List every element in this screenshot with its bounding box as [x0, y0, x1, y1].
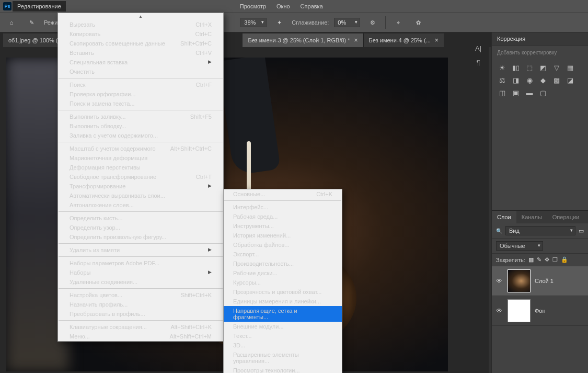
close-icon[interactable]: ×	[435, 37, 439, 44]
lock-label: Закрепить:	[496, 257, 525, 263]
layer-row[interactable]: 👁 Фон	[492, 296, 588, 326]
menu-item[interactable]: Масштаб с учетом содержимогоAlt+Shift+Ct…	[58, 144, 223, 153]
menu-item[interactable]: Наборы▶	[58, 268, 223, 277]
menu-item[interactable]: Преобразовать в профиль...	[58, 309, 223, 319]
home-icon[interactable]: ⌂	[4, 15, 19, 30]
menu-item[interactable]: Специальная вставка▶	[58, 58, 223, 67]
blend-mode-select[interactable]: Обычные	[496, 241, 543, 251]
smoothing-select[interactable]: 0%	[334, 18, 360, 27]
submenu-item[interactable]: Направляющие, сетка и фрагменты...	[224, 306, 342, 322]
hue-icon[interactable]: ▦	[565, 63, 575, 72]
butterfly-icon[interactable]: ✿	[411, 15, 425, 30]
layer-row[interactable]: 👁 Слой 1	[492, 266, 588, 296]
scroll-up-icon[interactable]: ▲	[58, 13, 223, 20]
submenu-item[interactable]: Внешние модули...	[224, 322, 342, 331]
balance-icon[interactable]: ⚖	[497, 75, 508, 85]
menu-item[interactable]: ВставитьCtrl+V	[58, 48, 223, 58]
submenu-item[interactable]: Текст...	[224, 331, 342, 341]
threshold-icon[interactable]: ▣	[511, 88, 521, 97]
layer-kind-select[interactable]: Вид	[505, 226, 575, 235]
menu-help[interactable]: Справка	[296, 1, 328, 12]
menu-item[interactable]: Удаленные соединения...	[58, 277, 223, 287]
menu-item[interactable]: Наборы параметров Adobe PDF...	[58, 258, 223, 268]
menu-item[interactable]: Трансформирование▶	[58, 182, 223, 191]
lock-artboard-icon[interactable]: ❐	[552, 256, 558, 263]
zoom-select[interactable]: 38%	[240, 18, 267, 27]
submenu-item[interactable]: Инструменты...	[224, 221, 342, 231]
menu-edit[interactable]: Редактирование	[13, 1, 66, 12]
submenu-item[interactable]: Основные...Ctrl+K	[224, 189, 342, 199]
menu-window[interactable]: Окно	[272, 1, 295, 12]
brightness-icon[interactable]: ☀	[497, 63, 508, 72]
menu-item[interactable]: ПоискCtrl+F	[58, 80, 223, 89]
filter-toggle-icon[interactable]: ▭	[579, 228, 584, 234]
levels-icon[interactable]: ▮▯	[511, 63, 521, 72]
document-tab[interactable]: Без имени-3 @ 25% (Слой 1, RGB/8) *×	[243, 33, 363, 47]
tab-channels[interactable]: Каналы	[516, 211, 547, 223]
lock-brush-icon[interactable]: ✎	[537, 256, 541, 263]
menu-item[interactable]: Назначить профиль...	[58, 300, 223, 309]
smoothing-gear-icon[interactable]: ⚙	[365, 15, 380, 30]
menu-item[interactable]: Марионеточная деформация	[58, 153, 223, 163]
bw-icon[interactable]: ◨	[511, 75, 521, 85]
brush-tool-icon[interactable]: ✎	[24, 15, 39, 30]
gradient-map-icon[interactable]: ▬	[524, 88, 535, 97]
submenu-item[interactable]: Производительность...	[224, 259, 342, 268]
tab-layers[interactable]: Слои	[492, 211, 516, 223]
lock-pixels-icon[interactable]: ▦	[528, 256, 534, 263]
exposure-icon[interactable]: ◩	[538, 63, 548, 72]
menu-item[interactable]: КопироватьCtrl+C	[58, 29, 223, 39]
submenu-item[interactable]: 3D...	[224, 341, 342, 350]
lock-position-icon[interactable]: ✥	[545, 256, 549, 263]
airbrush-icon[interactable]: ✦	[272, 15, 286, 30]
photo-filter-icon[interactable]: ◉	[524, 75, 535, 85]
submenu-item[interactable]: Курсоры...	[224, 278, 342, 287]
submenu-item[interactable]: Интерфейс...	[224, 202, 342, 212]
lock-all-icon[interactable]: 🔒	[561, 256, 568, 263]
tab-properties[interactable]: Св	[584, 211, 588, 223]
character-panel-icon[interactable]: A|	[475, 44, 481, 52]
layer-name-label[interactable]: Слой 1	[535, 278, 584, 284]
vibrance-icon[interactable]: ▽	[551, 63, 562, 72]
invert-icon[interactable]: ◪	[565, 75, 575, 85]
selective-color-icon[interactable]: ▢	[538, 88, 548, 97]
menu-item[interactable]: Клавиатурные сокращения...Alt+Shift+Ctrl…	[58, 322, 223, 332]
visibility-icon[interactable]: 👁	[496, 277, 503, 285]
visibility-icon[interactable]: 👁	[496, 307, 503, 314]
lookup-icon[interactable]: ▩	[551, 75, 562, 85]
symmetry-icon[interactable]: ⌖	[391, 15, 406, 30]
submenu-item[interactable]: Единицы измерения и линейки...	[224, 297, 342, 306]
submenu-item[interactable]: Экспорт...	[224, 250, 342, 259]
paragraph-panel-icon[interactable]: ¶	[477, 59, 480, 66]
menu-item[interactable]: Выполнить заливку...Shift+F5	[58, 112, 223, 121]
menu-item[interactable]: Меню...Alt+Shift+Ctrl+M	[58, 332, 223, 341]
submenu-item[interactable]: Рабочие диски...	[224, 268, 342, 278]
posterize-icon[interactable]: ◫	[497, 88, 508, 97]
curves-icon[interactable]: ⬚	[524, 63, 535, 72]
submenu-item: Расширенные элементы управления...	[224, 350, 342, 366]
submenu-item[interactable]: Прозрачность и цветовой охват...	[224, 287, 342, 297]
mixer-icon[interactable]: ◆	[538, 75, 548, 85]
menu-view[interactable]: Просмотр	[235, 1, 271, 12]
correction-panel-header[interactable]: Коррекция	[492, 32, 588, 46]
layer-thumbnail[interactable]	[508, 299, 531, 322]
submenu-item[interactable]: Рабочая среда...	[224, 212, 342, 221]
layer-thumbnail[interactable]	[508, 269, 531, 292]
menu-item[interactable]: Определить узор...	[58, 223, 223, 232]
menu-item[interactable]: Свободное трансформированиеCtrl+T	[58, 172, 223, 182]
submenu-item[interactable]: История изменений...	[224, 231, 342, 240]
menu-item[interactable]: Настройка цветов...Shift+Ctrl+K	[58, 290, 223, 300]
menu-item[interactable]: Поиск и замена текста...	[58, 99, 223, 108]
layer-name-label[interactable]: Фон	[535, 308, 584, 314]
submenu-item[interactable]: Просмотры технологии...	[224, 366, 342, 373]
menu-item[interactable]: Проверка орфографии...	[58, 89, 223, 99]
menu-item[interactable]: Определить кисть...	[58, 213, 223, 223]
tab-actions[interactable]: Операции	[547, 211, 584, 223]
menu-item[interactable]: Деформация перспективы	[58, 163, 223, 172]
menu-item[interactable]: Удалить из памяти▶	[58, 245, 223, 255]
submenu-item[interactable]: Обработка файлов...	[224, 240, 342, 250]
close-icon[interactable]: ×	[354, 37, 358, 44]
document-tab[interactable]: Без имени-4 @ 25% (...×	[364, 33, 444, 47]
menu-item[interactable]: ВырезатьCtrl+X	[58, 20, 223, 29]
menu-item[interactable]: Выполнить обводку...	[58, 121, 223, 131]
